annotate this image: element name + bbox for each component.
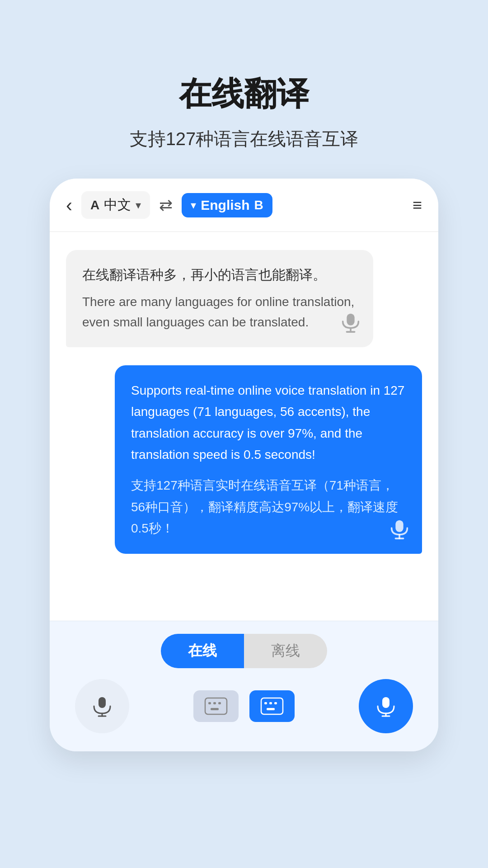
lang-a-badge: A [90, 198, 99, 212]
online-mode-button[interactable]: 在线 [161, 634, 244, 668]
keyboard-button-active[interactable] [249, 690, 295, 722]
page-subtitle: 支持127种语言在线语音互译 [0, 127, 488, 151]
keyboard-row [66, 679, 422, 733]
received-bubble: 在线翻译语种多，再小的语言也能翻译。 There are many langua… [66, 250, 373, 347]
target-lang-label: English [201, 198, 249, 213]
source-lang-label: 中文 [104, 196, 131, 214]
swap-languages-button[interactable]: ⇄ [159, 196, 173, 215]
bubble-chinese-text: 支持127种语言实时在线语音互译（71种语言，56种口音），翻译精度高达97%以… [131, 475, 406, 539]
svg-rect-13 [211, 708, 219, 710]
svg-rect-11 [213, 702, 216, 704]
svg-rect-19 [382, 697, 389, 708]
svg-rect-17 [274, 702, 277, 704]
sent-message-wrap: Supports real-time online voice translat… [66, 365, 422, 554]
mic-button-left[interactable] [75, 679, 129, 733]
svg-rect-16 [269, 702, 272, 704]
mode-switcher: 在线 离线 [66, 634, 422, 668]
phone-card: ‹ A 中文 ▾ ⇄ ▾ English B ≡ 在线翻译语种多，再小的语言也能… [50, 179, 438, 751]
source-language-selector[interactable]: A 中文 ▾ [81, 191, 150, 219]
svg-rect-14 [261, 698, 283, 714]
svg-rect-18 [267, 708, 275, 710]
keyboard-buttons [193, 690, 295, 722]
source-lang-chevron-icon: ▾ [136, 199, 141, 212]
svg-rect-10 [208, 702, 211, 704]
microphone-icon-left [90, 694, 114, 718]
svg-rect-2 [347, 313, 354, 325]
target-lang-chevron-icon: ▾ [191, 199, 196, 212]
keyboard-icon-inactive [204, 697, 228, 715]
bubble-source-text: 在线翻译语种多，再小的语言也能翻译。 [82, 264, 357, 285]
mic-button-right[interactable] [359, 679, 413, 733]
menu-button[interactable]: ≡ [413, 196, 422, 215]
lang-b-badge: B [254, 198, 263, 212]
svg-rect-12 [218, 702, 221, 704]
svg-rect-9 [205, 698, 227, 714]
back-button[interactable]: ‹ [66, 194, 72, 216]
bottom-bar: 在线 离线 [50, 621, 438, 751]
svg-rect-6 [99, 697, 106, 708]
page-title: 在线翻译 [0, 72, 488, 116]
app-topbar: ‹ A 中文 ▾ ⇄ ▾ English B ≡ [50, 179, 438, 232]
keyboard-icon-active [260, 697, 284, 715]
svg-rect-15 [264, 702, 267, 704]
microphone-icon-right [374, 694, 398, 718]
sent-bubble: Supports real-time online voice translat… [115, 365, 422, 554]
keyboard-button-inactive[interactable] [193, 690, 239, 722]
target-language-selector[interactable]: ▾ English B [182, 193, 272, 217]
play-audio-button-right[interactable] [388, 516, 411, 543]
play-audio-button-left[interactable] [339, 310, 362, 336]
chat-area: 在线翻译语种多，再小的语言也能翻译。 There are many langua… [50, 232, 438, 621]
received-message-wrap: 在线翻译语种多，再小的语言也能翻译。 There are many langua… [66, 250, 422, 347]
bubble-translated-text: There are many languages for online tran… [82, 292, 357, 333]
offline-mode-button[interactable]: 离线 [244, 634, 327, 668]
bubble-english-text: Supports real-time online voice translat… [131, 380, 406, 466]
svg-rect-5 [395, 520, 403, 532]
page-header: 在线翻译 支持127种语言在线语音互译 [0, 0, 488, 179]
